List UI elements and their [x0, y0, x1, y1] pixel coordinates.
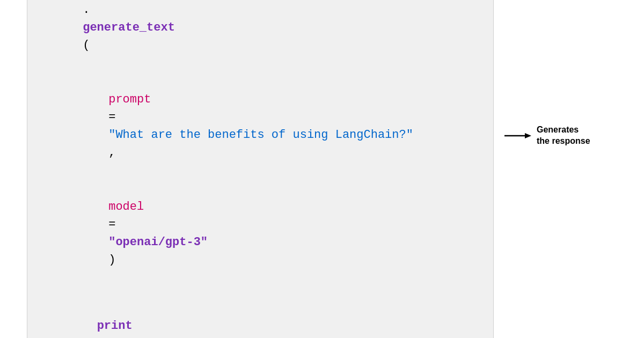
string-val-2: "openai/gpt-3" [108, 236, 208, 249]
generates-annotation: Generates the response [504, 124, 590, 147]
code-line-4: print ( response ) Prints the Reponse [40, 299, 476, 338]
generates-arrow-icon [504, 131, 531, 141]
param-model: model [108, 200, 144, 214]
method-generate: generate_text [83, 21, 175, 34]
param-eq-2: = [108, 218, 115, 231]
open-paren: ( [83, 39, 90, 52]
comma-1: , [108, 146, 115, 159]
code-line-2: prompt = "What are the benefits of using… [40, 73, 476, 179]
param-prompt: prompt [108, 93, 151, 106]
code-line-3: model = "openai/gpt-3" ) [40, 180, 476, 286]
code-block: response = langchain . generate_text ( p… [27, 0, 494, 338]
generates-line2: the response [537, 136, 590, 147]
main-container: response = langchain . generate_text ( p… [27, 0, 617, 338]
param-eq-1: = [108, 111, 115, 124]
string-val-1: "What are the benefits of using LangChai… [108, 128, 413, 142]
print-statement: print ( response ) [40, 299, 153, 338]
func-print: print [97, 319, 133, 333]
generates-line1: Generates [537, 124, 590, 136]
code-line-1: response = langchain . generate_text ( [40, 0, 476, 72]
generates-label: Generates the response [537, 124, 590, 147]
dot: . [83, 3, 90, 17]
svg-marker-3 [525, 133, 531, 138]
close-paren: ) [108, 253, 115, 267]
